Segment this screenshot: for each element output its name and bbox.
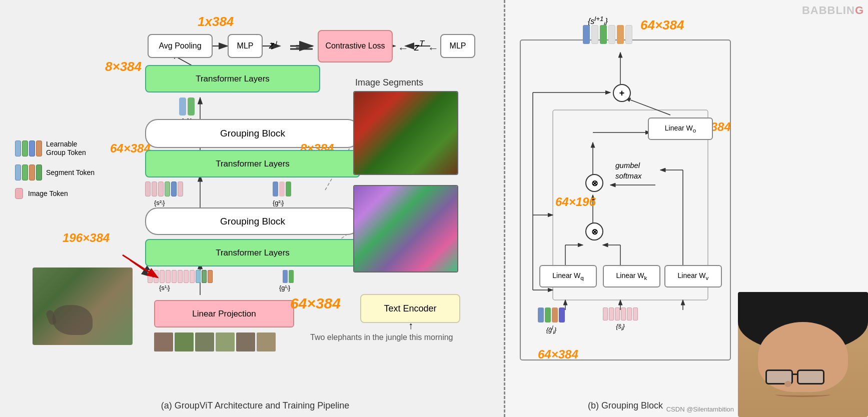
gi-bottom-label: {ĝli} xyxy=(546,324,557,335)
s2-label: {s²ᵢ} xyxy=(154,199,165,206)
linear-wv-box: Linear Wv xyxy=(664,265,722,288)
csdn-label: CSDN @Silentambition xyxy=(666,406,734,413)
si-hat-label: {ŝi} xyxy=(616,322,625,332)
linear-wo-box: Linear Wo xyxy=(648,118,713,140)
text-input: Two elephants in the jungle this morning xyxy=(310,333,453,342)
image-token-label: Image Token xyxy=(28,190,68,198)
mlp-left-box: MLP xyxy=(228,34,263,58)
g2-label: {g²ᵢ} xyxy=(273,199,284,206)
segment-image-1 xyxy=(353,91,458,175)
linear-projection-label: Linear Projection xyxy=(192,309,256,319)
text-encoder-box: Text Encoder xyxy=(360,294,460,323)
main-container: Avg Pooling MLP zᴵ ⇒ Contrastive Loss ← … xyxy=(0,0,868,417)
avg-pooling-label: Avg Pooling xyxy=(159,42,201,50)
transformer-1-label: Transformer Layers xyxy=(216,248,290,258)
cross-circle-top: ⊗ xyxy=(585,174,603,192)
mlp-right-label: MLP xyxy=(450,42,466,50)
left-panel: Avg Pooling MLP zᴵ ⇒ Contrastive Loss ← … xyxy=(0,0,505,417)
linear-wq-label: Linear Wq xyxy=(552,272,584,281)
g2-tokens xyxy=(273,182,291,196)
mlp-left-label: MLP xyxy=(237,42,254,50)
g1-label: {g¹ᵢ} xyxy=(279,284,290,292)
main-image xyxy=(33,268,133,345)
svg-line-16 xyxy=(123,255,158,278)
legend-segment-token: Segment Token xyxy=(15,164,95,180)
g1-tokens xyxy=(283,270,294,283)
right-arrow-zt: ← xyxy=(428,42,439,55)
mlp-right-box: MLP xyxy=(440,34,475,58)
token-row-2 xyxy=(145,182,183,196)
transformer-2-box: Transformer Layers xyxy=(145,150,360,178)
group-token-label: LearnableGroup Token xyxy=(46,140,86,157)
bottom-tokens-right: {ŝi} xyxy=(603,308,638,332)
avg-pooling-box: Avg Pooling xyxy=(148,34,213,58)
image-segments-label: Image Segments xyxy=(355,78,423,88)
grouping-block-1-label: Grouping Block xyxy=(220,128,285,139)
rp-annotation-64x196: 64×196 xyxy=(555,195,596,209)
linear-wk-box: Linear Wk xyxy=(603,265,660,288)
cross-circle-bot: ⊗ xyxy=(585,222,603,240)
rp-annotation-64x384-bot: 64×384 xyxy=(538,348,578,362)
segment-image-2 xyxy=(353,185,458,272)
rp-annotation-64x384-top: 64×384 xyxy=(640,18,684,33)
zt-label: zT xyxy=(414,39,424,53)
right-panel: {sl+1i} 64×384 + 64×384 Linear Wo gumbel… xyxy=(505,0,868,417)
person-overlay xyxy=(738,292,868,417)
grouping-block-2-box: Grouping Block xyxy=(145,208,360,235)
transformer-3-box: Transformer Layers xyxy=(145,65,320,92)
red-arrow-svg xyxy=(120,252,170,282)
linear-wk-label: Linear Wk xyxy=(616,272,647,281)
linear-wv-label: Linear Wv xyxy=(678,272,709,281)
transformer-1-box: Transformer Layers xyxy=(145,239,360,266)
up-arrow-text: ↑ xyxy=(408,320,413,332)
linear-wq-box: Linear Wq xyxy=(539,265,597,288)
add-circle: + xyxy=(613,84,631,102)
grouping-block-2-label: Grouping Block xyxy=(220,216,285,227)
left-arrow: ← xyxy=(398,42,409,55)
annotation-196x384: 196×384 xyxy=(63,231,110,245)
gumbel-softmax-label: gumbelsoftmax xyxy=(615,160,642,181)
linear-projection-box: Linear Projection xyxy=(154,300,294,328)
annotation-64x384-mid: 64×384 xyxy=(110,142,151,156)
legend: LearnableGroup Token Segment Token Image… xyxy=(15,140,95,203)
svg-line-33 xyxy=(625,98,670,115)
annotation-64x384-bot: 64×384 xyxy=(290,295,341,312)
transformer-2-label: Transformer Layers xyxy=(216,159,290,169)
s1-label: {s¹ᵢ} xyxy=(159,284,170,292)
transformer-3-label: Transformer Layers xyxy=(196,74,270,84)
group-token-icons xyxy=(15,140,42,156)
top-tokens xyxy=(583,25,632,44)
legend-image-token: Image Token xyxy=(15,188,95,199)
contrastive-loss-box: Contrastive Loss xyxy=(318,30,393,62)
legend-group-token: LearnableGroup Token xyxy=(15,140,95,157)
linear-wo-label: Linear Wo xyxy=(665,124,696,134)
text-encoder-label: Text Encoder xyxy=(384,304,436,314)
watermark: BABBLING xyxy=(802,4,864,17)
contrastive-loss-label: Contrastive Loss xyxy=(325,41,385,52)
segment-token-label: Segment Token xyxy=(46,168,95,176)
segment-token-icons xyxy=(15,164,42,180)
zi-label: zᴵ xyxy=(269,39,276,51)
left-caption: (a) GroupViT Architecture and Training P… xyxy=(90,400,420,411)
annotation-8x384-top: 8×384 xyxy=(105,59,142,74)
annotation-1x384: 1x384 xyxy=(198,14,234,30)
image-patches xyxy=(154,332,276,352)
bottom-tokens-left: {ĝli} xyxy=(538,308,565,335)
double-arrow: ⇒ xyxy=(295,38,307,54)
